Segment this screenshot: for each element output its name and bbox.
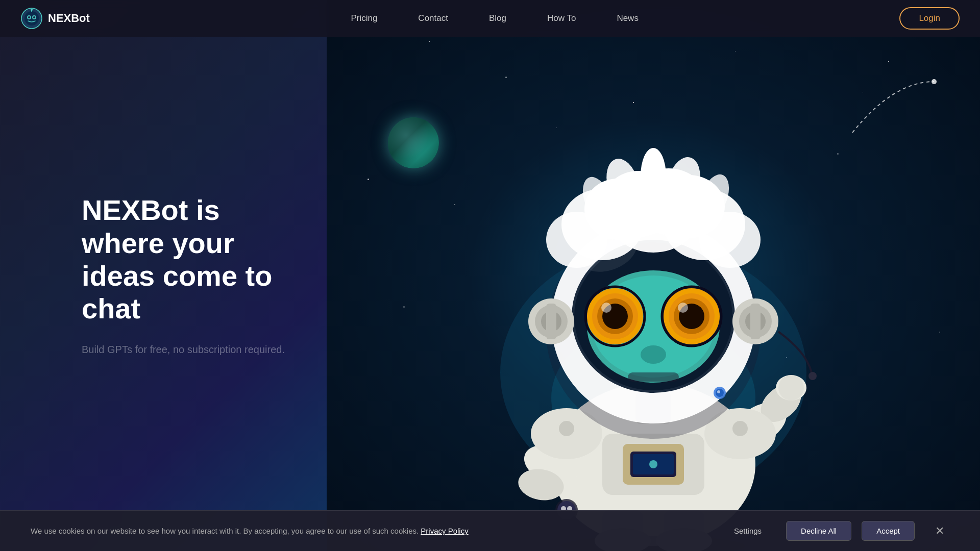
privacy-policy-link[interactable]: Privacy Policy — [421, 527, 468, 535]
cookie-close-button[interactable]: ✕ — [930, 522, 949, 540]
svg-rect-49 — [628, 372, 679, 382]
robot-character — [424, 66, 883, 551]
svg-point-25 — [732, 421, 748, 436]
svg-point-85 — [717, 390, 720, 393]
nav-howto[interactable]: How To — [547, 13, 576, 23]
svg-point-39 — [601, 303, 611, 313]
nav-news[interactable]: News — [617, 13, 639, 23]
logo-link[interactable]: NEXBot — [20, 7, 90, 30]
hero-left-panel: NEXBot is where your ideas come to chat … — [0, 0, 327, 551]
cookie-banner: We use cookies on our website to see how… — [0, 510, 980, 551]
svg-point-1 — [24, 11, 39, 26]
nav-blog[interactable]: Blog — [489, 13, 506, 23]
nav-links: Pricing Contact Blog How To News — [351, 13, 639, 23]
cookie-decline-button[interactable]: Decline All — [786, 521, 851, 541]
nav-right: Login — [899, 7, 960, 30]
svg-point-8 — [932, 79, 937, 84]
svg-point-22 — [778, 375, 804, 400]
svg-point-68 — [699, 212, 761, 268]
brand-name: NEXBot — [48, 12, 90, 25]
svg-point-7 — [31, 9, 33, 11]
nav-pricing[interactable]: Pricing — [351, 13, 377, 23]
svg-point-70 — [641, 148, 666, 204]
svg-point-26 — [559, 421, 574, 436]
hero-title: NEXBot is where your ideas come to chat — [82, 194, 306, 325]
svg-point-4 — [28, 16, 30, 18]
navbar: NEXBot Pricing Contact Blog How To News … — [0, 0, 980, 37]
nav-contact[interactable]: Contact — [418, 13, 448, 23]
hero-subtitle: Build GPTs for free, no subscription req… — [82, 342, 286, 357]
cookie-message: We use cookies on our website to see how… — [31, 527, 699, 535]
svg-point-16 — [649, 460, 657, 468]
svg-point-46 — [678, 303, 688, 313]
planet-decoration — [388, 117, 439, 168]
logo-icon — [20, 7, 43, 30]
hero-section: NEXBot is where your ideas come to chat … — [0, 0, 980, 551]
cookie-actions: Settings Decline All Accept ✕ — [720, 521, 949, 541]
svg-point-5 — [33, 16, 35, 18]
login-button[interactable]: Login — [899, 7, 960, 30]
svg-point-58 — [808, 372, 817, 380]
svg-rect-57 — [750, 304, 761, 339]
svg-point-67 — [546, 212, 607, 268]
svg-rect-53 — [546, 304, 556, 339]
svg-point-48 — [641, 345, 666, 364]
cookie-accept-button[interactable]: Accept — [862, 521, 915, 541]
hero-right-panel — [327, 0, 980, 551]
cookie-settings-button[interactable]: Settings — [720, 521, 776, 540]
